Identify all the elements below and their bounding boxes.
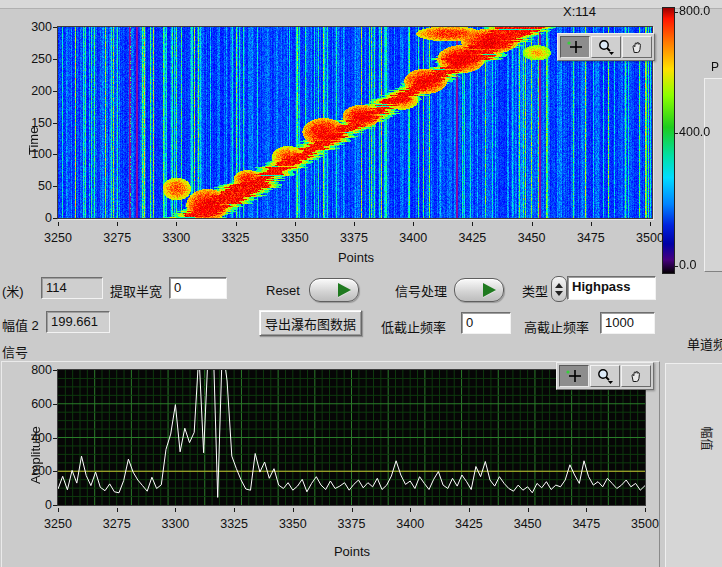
- x-tick-mark: [472, 222, 473, 226]
- crosshair-icon: [565, 369, 583, 383]
- y-tick-label: 400: [31, 431, 52, 445]
- x-tick-label: 3400: [399, 231, 427, 245]
- filter-type-value[interactable]: Highpass: [567, 276, 656, 300]
- right-edge-partial-label: P: [711, 60, 719, 74]
- y-tick-mark: [53, 370, 57, 371]
- zoom-tool-button[interactable]: [590, 365, 620, 387]
- colorbar-tick-label: 400.0: [679, 125, 710, 139]
- y-tick-label: 150: [31, 116, 52, 130]
- extract-halfwidth-input[interactable]: 0: [169, 277, 227, 299]
- graph-palette-top: [557, 33, 655, 61]
- x-tick-mark: [175, 508, 176, 512]
- signal-section-label: 信号: [2, 342, 28, 361]
- x-tick-label: 3325: [222, 231, 250, 245]
- x-tick-label: 3400: [396, 517, 424, 531]
- reset-toggle-button[interactable]: [309, 278, 359, 302]
- x-tick-mark: [591, 222, 592, 226]
- x-tick-mark: [117, 222, 118, 226]
- x-tick-label: 3500: [631, 517, 659, 531]
- x-tick-mark: [295, 222, 296, 226]
- cursor-readout: X:114: [563, 4, 596, 19]
- x-tick-mark: [528, 508, 529, 512]
- spinner-down-icon: [555, 291, 563, 296]
- y-tick-mark: [53, 154, 57, 155]
- y-tick-mark: [53, 438, 57, 439]
- pan-tool-button[interactable]: [622, 36, 652, 58]
- y-tick-label: 250: [31, 52, 52, 66]
- high-cutoff-input[interactable]: 1000: [600, 312, 655, 334]
- x-tick-label: 3300: [162, 231, 190, 245]
- x-tick-label: 3375: [340, 231, 368, 245]
- x-tick-label: 3250: [44, 517, 72, 531]
- distance-indicator[interactable]: 114: [41, 277, 103, 299]
- high-cutoff-label: 高截止频率: [524, 317, 589, 336]
- x-tick-label: 3475: [572, 517, 600, 531]
- top-edge: [0, 0, 722, 9]
- x-tick-label: 3250: [44, 231, 72, 245]
- y-tick-label: 200: [31, 84, 52, 98]
- main-window: X:114 Time Points P (米) 1: [0, 0, 722, 567]
- y-tick-label: 800: [31, 363, 52, 377]
- signal-processing-toggle-arrow-icon: [483, 283, 496, 297]
- x-tick-label: 3475: [577, 231, 605, 245]
- x-tick-mark: [58, 508, 59, 512]
- x-tick-label: 3500: [636, 231, 664, 245]
- zoom-tool-button[interactable]: [591, 36, 621, 58]
- x-tick-label: 3375: [338, 517, 366, 531]
- x-tick-mark: [352, 508, 353, 512]
- y-tick-label: 50: [38, 179, 52, 193]
- amplitude2-indicator[interactable]: 199.661: [46, 311, 110, 333]
- amplitude2-label: 幅值 2: [2, 315, 39, 334]
- pan-tool-button[interactable]: [621, 365, 651, 387]
- y-tick-label: 200: [31, 464, 52, 478]
- low-cutoff-label: 低截止频率: [381, 317, 446, 336]
- filter-type-label: 类型: [522, 281, 548, 300]
- x-tick-mark: [234, 508, 235, 512]
- spinner-up-icon: [555, 283, 563, 288]
- colorbar-tick-label: 800.0: [679, 4, 710, 18]
- x-tick-mark: [354, 222, 355, 226]
- crosshair-tool-button[interactable]: [559, 365, 589, 387]
- magnifier-icon: [597, 39, 615, 55]
- right-panel-rotated-label: 幅值: [699, 426, 716, 450]
- y-tick-mark: [53, 186, 57, 187]
- x-tick-mark: [236, 222, 237, 226]
- x-tick-mark: [586, 508, 587, 512]
- export-waterfall-button[interactable]: 导出瀑布图数据: [259, 310, 362, 336]
- x-tick-label: 3425: [458, 231, 486, 245]
- y-tick-mark: [53, 404, 57, 405]
- right-bottom-panel: [665, 363, 722, 567]
- y-tick-mark: [53, 59, 57, 60]
- colorbar-tick-mark: [675, 266, 678, 267]
- x-tick-mark: [532, 222, 533, 226]
- x-tick-mark: [469, 508, 470, 512]
- crosshair-tool-button[interactable]: [560, 36, 590, 58]
- reset-label: Reset: [266, 283, 300, 298]
- signal-processing-toggle-button[interactable]: [454, 278, 504, 302]
- y-tick-mark: [53, 471, 57, 472]
- x-tick-mark: [410, 508, 411, 512]
- colorbar-tick-mark: [675, 133, 678, 134]
- extract-halfwidth-label: 提取半宽: [110, 281, 162, 300]
- x-tick-mark: [645, 508, 646, 512]
- y-tick-label: 0: [45, 498, 52, 512]
- x-tick-mark: [413, 222, 414, 226]
- x-tick-label: 3350: [279, 517, 307, 531]
- colorbar-tick-mark: [675, 12, 678, 13]
- x-tick-label: 3300: [161, 517, 189, 531]
- y-tick-mark: [53, 505, 57, 506]
- magnifier-icon: [596, 368, 614, 384]
- low-cutoff-input[interactable]: 0: [461, 312, 511, 334]
- y-tick-mark: [53, 123, 57, 124]
- crosshair-icon: [566, 40, 584, 54]
- right-top-panel: [704, 78, 722, 272]
- filter-type-spinner[interactable]: [551, 276, 567, 302]
- x-tick-label: 3450: [514, 517, 542, 531]
- x-tick-label: 3350: [281, 231, 309, 245]
- signal-xlabel: Points: [334, 544, 370, 559]
- x-tick-label: 3450: [518, 231, 546, 245]
- y-tick-label: 300: [31, 20, 52, 34]
- x-tick-mark: [117, 508, 118, 512]
- waterfall-xlabel: Points: [338, 250, 374, 265]
- x-tick-mark: [176, 222, 177, 226]
